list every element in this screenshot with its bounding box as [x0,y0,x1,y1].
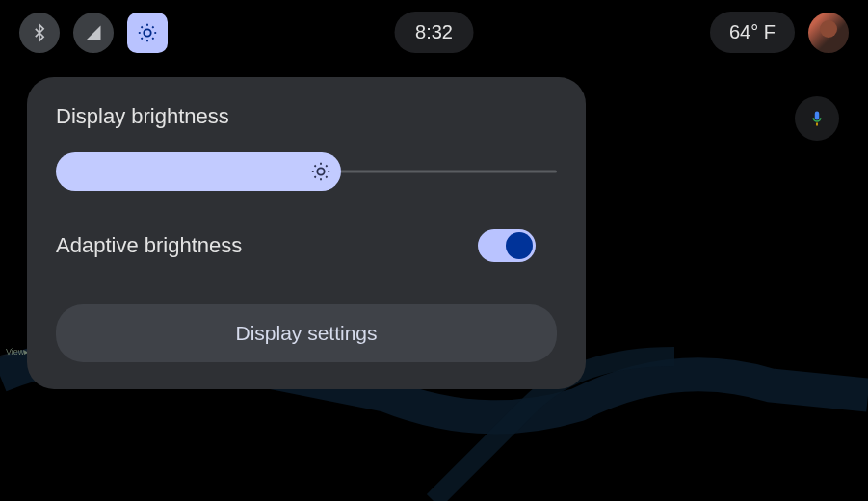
adaptive-brightness-toggle[interactable] [478,229,536,262]
display-settings-button[interactable]: Display settings [56,304,557,362]
status-bar: 8:32 64° F [0,0,868,65]
adaptive-brightness-row: Adaptive brightness [56,229,557,262]
temperature: 64° F [710,12,795,53]
avatar[interactable] [808,13,849,53]
svg-point-0 [144,29,150,36]
svg-point-10 [318,168,325,174]
adaptive-brightness-label: Adaptive brightness [56,233,242,258]
signal-button[interactable] [73,13,114,53]
brightness-button[interactable] [127,13,168,53]
svg-line-13 [315,166,316,167]
toggle-knob [506,232,533,259]
signal-icon [84,23,103,42]
brightness-panel: Display brightness Adaptive brightness D… [27,77,586,389]
svg-line-17 [315,176,316,177]
panel-title: Display brightness [56,104,557,129]
bluetooth-button[interactable] [19,13,60,53]
svg-line-18 [327,166,328,167]
slider-fill [56,152,341,191]
svg-line-8 [152,26,153,27]
brightness-icon [137,22,158,43]
map-label: View▸ [6,347,29,356]
svg-line-4 [152,38,153,39]
svg-line-14 [327,176,328,177]
mic-button[interactable] [795,96,839,141]
bluetooth-icon [30,23,49,42]
brightness-slider[interactable] [56,152,557,191]
clock: 8:32 [394,12,474,53]
svg-line-7 [142,38,143,39]
brightness-thumb-icon [310,161,331,182]
svg-line-3 [142,26,143,27]
mic-icon [808,110,826,127]
